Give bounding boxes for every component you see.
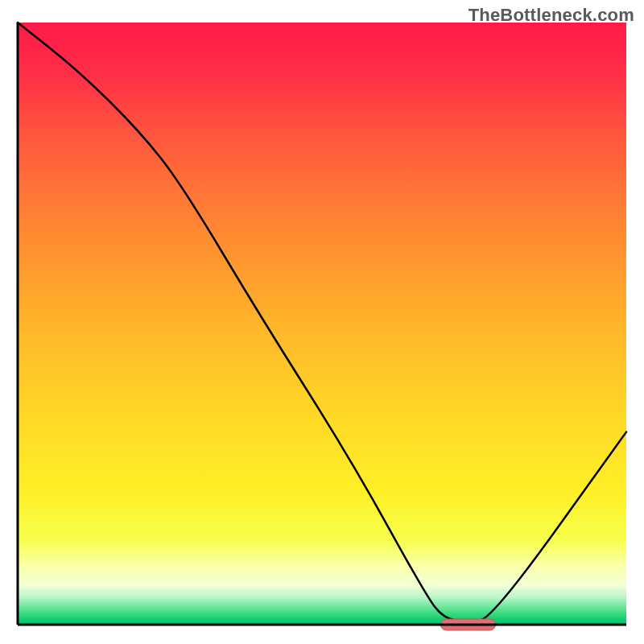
plot-background bbox=[18, 23, 626, 625]
bottleneck-chart bbox=[0, 0, 644, 644]
watermark-text: TheBottleneck.com bbox=[469, 5, 634, 26]
chart-container: TheBottleneck.com bbox=[0, 0, 644, 644]
